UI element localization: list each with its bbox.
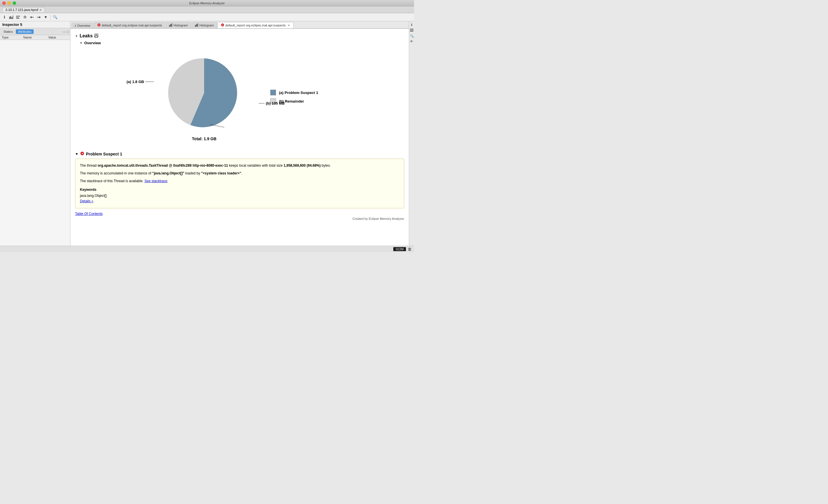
- svg-rect-29: [410, 31, 413, 32]
- toc-area: Table Of Contents: [75, 212, 404, 216]
- created-by: Created by Eclipse Memory Analyzer: [75, 217, 404, 220]
- right-icon-search[interactable]: 🔍: [409, 34, 414, 39]
- tab-overview[interactable]: ℹ Overview: [72, 23, 93, 28]
- suspect-description-1: The thread org.apache.tomcat.util.thread…: [80, 163, 399, 168]
- keywords-value: java.lang.Object[]: [80, 193, 399, 198]
- tab-default-report-1[interactable]: R default_report org.eclipse.mat.api:sus…: [94, 22, 165, 28]
- error-icon: ✕: [80, 151, 84, 156]
- default-report-2-icon: R: [221, 23, 224, 27]
- right-icon-list[interactable]: [409, 28, 414, 33]
- nav-dropdown-button[interactable]: ▼: [43, 14, 49, 20]
- see-stacktrace-link[interactable]: See stacktrace: [144, 179, 167, 183]
- nav-forward-button[interactable]: [36, 14, 42, 20]
- pie-label-a: (a) 1.8 GB: [126, 80, 154, 84]
- svg-rect-5: [16, 17, 19, 17]
- right-panel: ℹ Overview R default_report org.eclipse.…: [71, 21, 409, 246]
- svg-rect-8: [32, 17, 34, 17]
- info-button[interactable]: ℹ: [1, 14, 7, 20]
- suspect-box: The thread org.apache.tomcat.util.thread…: [75, 158, 404, 208]
- pie-chart-svg: [161, 53, 247, 133]
- svg-rect-3: [13, 15, 13, 19]
- default-report-1-icon: R: [97, 23, 100, 27]
- svg-text:R: R: [98, 24, 100, 27]
- svg-rect-4: [16, 16, 20, 16]
- search-button[interactable]: 🔍: [52, 14, 58, 20]
- svg-rect-6: [16, 18, 19, 19]
- tab-default-report-2[interactable]: R default_report org.eclipse.mat.api:sus…: [218, 22, 294, 29]
- content-area: ▼ Leaks ▼ Overview: [71, 29, 409, 246]
- editor-toolbar: ℹ ⚙ ▼ 🔍: [0, 13, 414, 21]
- status-bar: 022M 🗑: [0, 246, 414, 252]
- svg-rect-0: [9, 17, 10, 19]
- loader-name: "<system class loader>": [201, 171, 241, 175]
- tab-histogram-1[interactable]: Histogram: [166, 22, 191, 28]
- pie-total: Total: 1.9 GB: [192, 136, 216, 141]
- file-tab-bar: 2-10.1.7.121-java.hprof ✕: [0, 6, 414, 13]
- tab-strip: ℹ Overview R default_report org.eclipse.…: [71, 21, 409, 29]
- svg-rect-16: [195, 25, 196, 27]
- traffic-lights: [2, 1, 16, 5]
- leaks-save-icon[interactable]: [94, 34, 98, 39]
- pie-wrapper: (a) 1.8 GB: [161, 53, 247, 141]
- tab-overview-label: Overview: [77, 24, 90, 27]
- svg-rect-18: [197, 24, 198, 27]
- thread-name: org.apache.tomcat.util.threads.TaskThrea…: [97, 164, 228, 168]
- legend-swatch-a: [270, 90, 276, 95]
- svg-text:R: R: [222, 24, 223, 27]
- legend-item-a: (a) Problem Suspect 1: [270, 90, 318, 95]
- memory-usage: 022M: [393, 247, 406, 251]
- suspect-collapse-arrow: ▼: [75, 152, 79, 156]
- title-bar: Eclipse Memory Analyzer: [0, 0, 414, 6]
- sidebar-minimize-icon[interactable]: —: [63, 30, 66, 33]
- svg-rect-22: [95, 34, 97, 35]
- histogram-1-icon: [169, 23, 172, 27]
- label-a-line: [145, 82, 154, 82]
- sidebar-control-icons: — □: [63, 30, 69, 33]
- window-title: Eclipse Memory Analyzer: [189, 1, 225, 5]
- details-link[interactable]: Details »: [80, 199, 93, 203]
- pie-label-b: (b) 105 MB: [259, 101, 285, 105]
- right-icon-eye[interactable]: 👁: [409, 39, 414, 44]
- leaks-collapse-arrow: ▼: [75, 35, 78, 38]
- sidebar-tabs: Statics Attributes — □: [0, 28, 70, 35]
- tab-default-report-2-close[interactable]: ✕: [287, 24, 290, 27]
- statics-tab[interactable]: Statics: [1, 29, 15, 34]
- toc-link[interactable]: Table Of Contents: [75, 212, 102, 216]
- query-button[interactable]: [15, 14, 21, 20]
- close-button[interactable]: [2, 1, 6, 5]
- tab-histogram-1-label: Histogram: [174, 24, 188, 27]
- col-value: Value: [47, 35, 70, 40]
- leaks-title: Leaks: [80, 33, 92, 39]
- suspect-description-3: The stacktrace of this Thread is availab…: [80, 178, 399, 184]
- sidebar-maximize-icon[interactable]: □: [67, 30, 69, 33]
- sidebar: Inspector 5 Statics Attributes — □: [0, 21, 71, 246]
- attributes-tab[interactable]: Attributes: [16, 29, 34, 34]
- leaks-section-header[interactable]: ▼ Leaks: [75, 33, 404, 39]
- tab-default-report-1-label: default_report org.eclipse.mat.api:suspe…: [102, 24, 162, 27]
- label-b-line: [259, 103, 264, 103]
- settings-button[interactable]: ⚙: [22, 14, 28, 20]
- nav-back-button[interactable]: [29, 14, 35, 20]
- class-name: "java.lang.Object[]": [152, 171, 184, 175]
- gc-button[interactable]: 🗑: [408, 247, 412, 251]
- app-container: 2-10.1.7.121-java.hprof ✕ ℹ ⚙ ▼ 🔍 Inspec…: [0, 6, 414, 252]
- file-tab-close-icon[interactable]: ✕: [39, 8, 42, 11]
- overview-section-header[interactable]: ▼ Overview: [80, 41, 404, 45]
- overview-collapse-arrow: ▼: [80, 41, 83, 45]
- legend-label-a: (a) Problem Suspect 1: [279, 91, 318, 95]
- svg-rect-28: [410, 30, 413, 31]
- svg-rect-23: [95, 36, 97, 37]
- right-icon-info[interactable]: ℹ: [409, 22, 414, 27]
- col-name: Name: [22, 35, 47, 40]
- problem-suspect-header[interactable]: ▼ ✕ Problem Suspect 1: [75, 151, 404, 156]
- svg-rect-13: [169, 25, 170, 27]
- col-type: Type: [0, 35, 22, 40]
- keywords-section: Keywords java.lang.Object[] Details »: [80, 187, 399, 204]
- svg-rect-17: [196, 24, 197, 27]
- tab-histogram-2[interactable]: Histogram: [192, 22, 217, 28]
- file-tab[interactable]: 2-10.1.7.121-java.hprof ✕: [2, 7, 45, 12]
- chart-button[interactable]: [8, 14, 14, 20]
- minimize-button[interactable]: [7, 1, 11, 5]
- right-icons-panel: ℹ 🔍 👁: [409, 21, 414, 246]
- maximize-button[interactable]: [13, 1, 16, 5]
